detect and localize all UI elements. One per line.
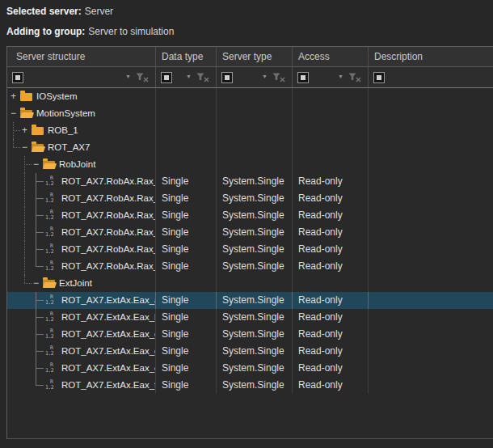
tree-cell: R1.2ROT_AX7.RobAx.Rax_1 [7,173,156,190]
tree-guide-line [24,173,25,190]
dropdown-arrow-icon[interactable]: ▼ [186,74,192,79]
table-row[interactable]: R1.2ROT_AX7.ExtAx.Eax_aSingleSystem.Sing… [7,292,493,309]
table-row[interactable]: −ROT_AX7 [7,139,493,156]
cell-description [369,88,493,105]
tree-connector-line [36,232,44,233]
folder-closed-icon [20,93,32,101]
filter-cell-3[interactable]: ▼ [217,67,293,87]
checkbox-icon[interactable] [297,72,309,83]
cell-access [293,122,369,139]
numeric-variable-icon: R1.2 [45,175,57,188]
tree-cell: R1.2ROT_AX7.ExtAx.Eax_b [7,309,156,326]
tree-node-label: ROT_AX7.RobAx.Rax_3 [61,207,156,224]
cell-description [369,275,493,292]
table-row[interactable]: R1.2ROT_AX7.RobAx.Rax_5SingleSystem.Sing… [7,241,493,258]
tree-rows: +IOSystem−MotionSystem+ROB_1−ROT_AX7−Rob… [7,88,493,394]
checkbox-icon[interactable] [161,72,172,83]
filter-clear-icon[interactable] [272,73,285,82]
expand-icon[interactable]: + [9,88,18,105]
collapse-icon[interactable]: − [9,105,18,122]
table-row[interactable]: +ROB_1 [7,122,493,139]
column-header-description[interactable]: Description [369,47,493,66]
table-row[interactable]: −RobJoint [7,156,493,173]
table-row[interactable]: R1.2ROT_AX7.RobAx.Rax_2SingleSystem.Sing… [7,190,493,207]
column-header-server-structure[interactable]: Server structure [7,47,156,66]
checkbox-icon[interactable] [12,72,23,83]
numeric-variable-icon: R1.2 [45,345,57,357]
filter-cell-1[interactable]: ▼ [7,67,156,87]
numeric-variable-icon: R1.2 [45,226,57,239]
numeric-variable-icon: R1.2 [45,379,57,391]
cell-server-type: System.Single [217,224,293,241]
dropdown-arrow-icon[interactable]: ▼ [125,74,131,79]
checkbox-icon[interactable] [221,72,233,83]
selected-server-value: Server [85,6,113,17]
cell-server-type: System.Single [217,377,293,394]
cell-access: Read-only [293,241,369,258]
tree-node-label: ROT_AX7.RobAx.Rax_2 [61,190,156,207]
cell-description [369,292,493,309]
cell-data-type: Single [156,190,217,207]
table-row[interactable]: R1.2ROT_AX7.RobAx.Rax_3SingleSystem.Sing… [7,207,493,224]
table-row[interactable]: R1.2ROT_AX7.ExtAx.Eax_cSingleSystem.Sing… [7,326,493,343]
tree-cell: −MotionSystem [7,105,156,122]
tree-connector-line [36,249,44,250]
tree-guide-line [13,139,14,147]
cell-access [293,156,369,173]
numeric-variable-icon: R1.2 [45,260,57,273]
checkbox-icon[interactable] [373,72,385,83]
cell-data-type: Single [156,258,217,275]
cell-description [369,326,493,343]
table-row[interactable]: −MotionSystem [7,105,493,122]
dropdown-arrow-icon[interactable]: ▼ [262,74,268,79]
table-row[interactable]: R1.2ROT_AX7.ExtAx.Eax_dSingleSystem.Sing… [7,343,493,360]
cell-data-type [156,275,217,292]
tree-cell: R1.2ROT_AX7.RobAx.Rax_2 [7,190,156,207]
table-row[interactable]: R1.2ROT_AX7.RobAx.Rax_6SingleSystem.Sing… [7,258,493,275]
table-row[interactable]: R1.2ROT_AX7.RobAx.Rax_1SingleSystem.Sing… [7,173,493,190]
tree-node-label: ROT_AX7.RobAx.Rax_5 [61,241,156,258]
table-row[interactable]: R1.2ROT_AX7.ExtAx.Eax_eSingleSystem.Sing… [7,360,493,377]
filter-cell-5[interactable] [369,67,493,87]
cell-server-type [217,275,293,292]
cell-access [293,139,369,156]
table-row[interactable]: +IOSystem [7,88,493,105]
filter-clear-icon[interactable] [348,73,361,82]
collapse-icon[interactable]: − [32,275,40,292]
collapse-icon[interactable]: − [32,156,40,173]
cell-data-type: Single [156,292,217,309]
cell-access: Read-only [293,207,369,224]
column-header-server-type[interactable]: Server type [217,47,293,66]
expand-icon[interactable]: + [20,122,29,139]
tree-guide-line [24,258,25,275]
collapse-icon[interactable]: − [20,139,29,156]
cell-data-type: Single [156,207,217,224]
table-row[interactable]: −ExtJoint [7,275,493,292]
cell-access: Read-only [293,326,369,343]
tree-guide-line [24,275,25,283]
table-row[interactable]: R1.2ROT_AX7.ExtAx.Eax_fSingleSystem.Sing… [7,377,493,394]
tree-node-label: ROT_AX7.ExtAx.Eax_f [61,377,156,394]
adding-to-group-line: Adding to group:Server to simulation [6,26,174,37]
tree-node-label: ROB_1 [48,122,78,139]
filter-clear-icon[interactable] [136,73,149,82]
cell-access: Read-only [293,377,369,394]
cell-server-type [217,156,293,173]
tree-node-label: IOSystem [36,88,77,105]
filter-clear-icon[interactable] [196,73,209,82]
server-structure-grid: Server structureData typeServer typeAcce… [6,46,493,439]
cell-description [369,139,493,156]
filter-cell-2[interactable]: ▼ [156,67,217,87]
tree-connector-line [36,215,44,216]
column-header-access[interactable]: Access [293,47,369,66]
tree-node-label: ROT_AX7.ExtAx.Eax_c [61,326,156,343]
tree-node-label: ROT_AX7.ExtAx.Eax_b [61,309,156,326]
dropdown-arrow-icon[interactable]: ▼ [338,74,343,79]
table-row[interactable]: R1.2ROT_AX7.RobAx.Rax_4SingleSystem.Sing… [7,224,493,241]
cell-server-type: System.Single [217,360,293,377]
cell-data-type: Single [156,326,217,343]
table-row[interactable]: R1.2ROT_AX7.ExtAx.Eax_bSingleSystem.Sing… [7,309,493,326]
filter-cell-4[interactable]: ▼ [293,67,369,87]
tree-connector-line [36,300,44,301]
column-header-data-type[interactable]: Data type [156,47,217,66]
